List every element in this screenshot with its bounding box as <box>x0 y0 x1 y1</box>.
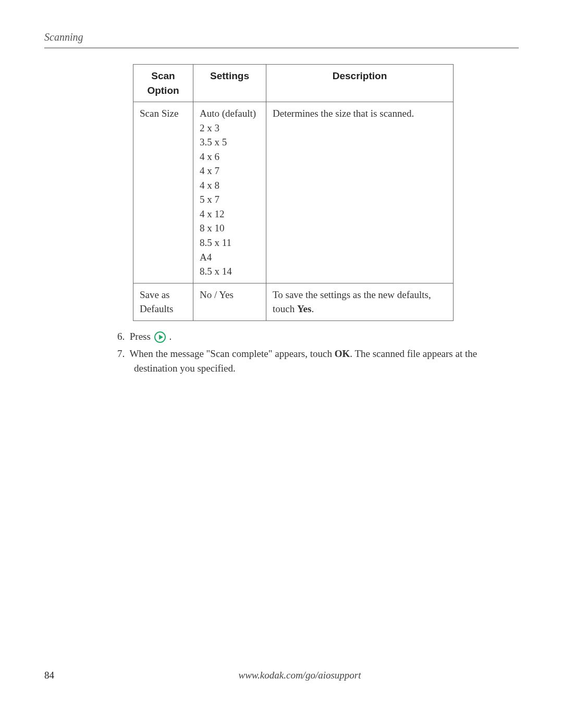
setting-value: 5 x 7 <box>200 192 260 207</box>
step-6: 6. Press . <box>117 329 519 344</box>
setting-value: 2 x 3 <box>200 121 260 135</box>
setting-value: A4 <box>200 250 260 265</box>
step-number: 6. <box>117 331 125 342</box>
cell-description: To save the settings as the new defaults… <box>266 283 454 320</box>
th-description: Description <box>266 65 454 102</box>
setting-value: 8.5 x 11 <box>200 236 260 250</box>
step-text: Press <box>130 331 153 342</box>
table-row: Scan Size Auto (default) 2 x 3 3.5 x 5 4… <box>133 102 454 283</box>
setting-value: 4 x 8 <box>200 178 260 193</box>
desc-bold: Yes <box>297 303 311 314</box>
cell-settings: Auto (default) 2 x 3 3.5 x 5 4 x 6 4 x 7… <box>193 102 266 283</box>
cell-description: Determines the size that is scanned. <box>266 102 454 283</box>
setting-value: 4 x 6 <box>200 150 260 164</box>
step-text: When the message "Scan complete" appears… <box>129 348 334 359</box>
setting-value: 4 x 7 <box>200 164 260 178</box>
cell-option: Save as Defaults <box>133 283 193 320</box>
step-number: 7. <box>117 348 125 359</box>
step-bold: OK <box>335 348 350 359</box>
step-7: 7. When the message "Scan complete" appe… <box>117 347 519 375</box>
step-text: . <box>167 331 172 342</box>
th-scan-option: Scan Option <box>133 65 193 102</box>
play-button-icon <box>154 331 166 343</box>
setting-value: 3.5 x 5 <box>200 135 260 150</box>
table-row: Save as Defaults No / Yes To save the se… <box>133 283 454 320</box>
instruction-steps: 6. Press . 7. When the message "Scan com… <box>117 329 519 376</box>
setting-value: Auto (default) <box>200 106 260 121</box>
setting-value: 8 x 10 <box>200 221 260 236</box>
footer-url: www.kodak.com/go/aiosupport <box>81 670 519 681</box>
cell-settings: No / Yes <box>193 283 266 320</box>
desc-text: To save the settings as the new defaults… <box>273 289 431 315</box>
page-footer: 84 www.kodak.com/go/aiosupport <box>0 670 563 681</box>
setting-value: 4 x 12 <box>200 207 260 221</box>
th-settings: Settings <box>193 65 266 102</box>
setting-value: 8.5 x 14 <box>200 264 260 279</box>
cell-option: Scan Size <box>133 102 193 283</box>
page-number: 84 <box>44 670 81 681</box>
desc-text: . <box>311 303 314 314</box>
setting-value: No / Yes <box>200 288 260 302</box>
section-title: Scanning <box>44 31 519 48</box>
scan-options-table: Scan Option Settings Description Scan Si… <box>133 64 454 321</box>
